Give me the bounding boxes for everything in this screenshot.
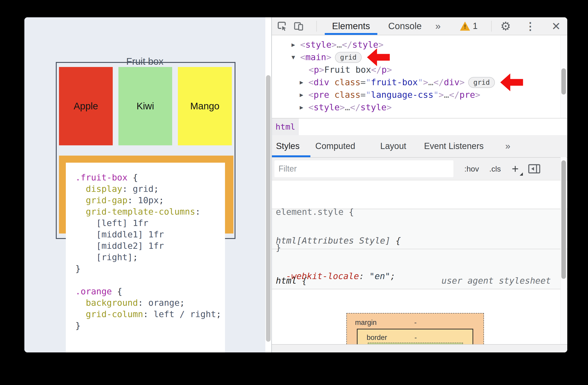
page-scrollbar-thumb[interactable] — [266, 75, 271, 342]
code-line: grid-gap: 10px; — [75, 194, 225, 206]
expand-triangle-icon[interactable]: ▶ — [300, 101, 308, 114]
tab-console[interactable]: Console — [388, 17, 422, 35]
grid-badge[interactable]: grid — [335, 52, 361, 63]
token-k: background — [75, 298, 138, 308]
token-v: [middle2] 1fr — [75, 241, 164, 251]
token-v: grid — [127, 184, 153, 194]
styles-scrollbar-thumb[interactable] — [561, 160, 566, 279]
token-s: .orange — [75, 286, 112, 296]
stylesheet-source-label: user agent stylesheet — [441, 275, 551, 287]
filter-input[interactable] — [274, 160, 453, 177]
styles-pane: element.style { } html[Attributes Style]… — [272, 180, 567, 352]
token-tag: style — [360, 101, 386, 114]
token-ip: { — [297, 276, 307, 286]
kebab-menu-icon[interactable]: ⋮ — [525, 20, 536, 32]
token-v: orange — [143, 298, 179, 308]
style-rule-line: html[Attributes Style] { — [276, 235, 567, 246]
expand-triangle-icon[interactable]: ▶ — [300, 76, 308, 89]
tab-elements[interactable]: Elements — [325, 17, 377, 35]
code-line: [right]; — [75, 252, 225, 263]
fruit-box-mango: Mango — [178, 67, 232, 145]
box-model-margin-value[interactable]: - — [414, 319, 417, 327]
console-warning-badge[interactable]: ! 1 — [460, 21, 478, 31]
token-br: </ — [433, 76, 444, 89]
token-p: : — [195, 207, 200, 217]
box-model-margin-label: margin — [355, 319, 377, 327]
style-rule-element-style[interactable]: element.style { } — [272, 180, 567, 209]
active-tab-underline — [325, 33, 377, 35]
sidebar-tabbar: Styles Computed Layout Event Listeners » — [272, 135, 567, 158]
expand-triangle-icon[interactable]: ▶ — [300, 89, 308, 101]
dom-tree: ▶<style>…</style>▼<main>grid<p>Fruit box… — [272, 35, 567, 114]
token-eq: = — [360, 89, 366, 101]
token-gsel: element.style — [276, 206, 343, 218]
page-scrollbar[interactable] — [265, 17, 271, 352]
token-br: > — [326, 51, 331, 64]
token-at: class — [329, 89, 360, 101]
close-icon[interactable]: ✕ — [552, 20, 561, 33]
new-style-rule-button[interactable]: + — [512, 163, 519, 175]
token-tag: p — [314, 64, 319, 76]
hov-toggle[interactable]: :hov — [464, 165, 479, 173]
tab-event-listeners[interactable]: Event Listeners — [424, 141, 484, 151]
dom-tree-node[interactable]: ▶<div class="fruit-box">…</div>grid — [272, 76, 567, 89]
device-toolbar-icon[interactable] — [293, 21, 304, 31]
more-panels-chevron-icon[interactable]: » — [505, 141, 510, 151]
dom-scrollbar[interactable] — [560, 35, 567, 118]
style-selector: html { — [276, 275, 307, 287]
token-ell: … — [444, 89, 449, 101]
code-line: grid-template-columns: — [75, 206, 225, 217]
app-window: Fruit box Apple Kiwi Mango Orange .fruit… — [24, 17, 567, 352]
token-br: > — [423, 76, 428, 89]
token-p: : — [143, 309, 148, 319]
token-v: [middle1] 1fr — [75, 229, 164, 239]
breadcrumb-item-html[interactable]: html — [272, 118, 299, 135]
dom-tree-node[interactable]: ▶<style>…</style> — [272, 39, 567, 51]
token-ell: … — [428, 76, 433, 89]
token-br: > — [339, 101, 345, 114]
cls-toggle[interactable]: .cls — [489, 165, 501, 173]
token-p: { — [127, 172, 138, 182]
fruit-label: Kiwi — [136, 101, 154, 112]
token-ival: "en" — [369, 270, 390, 282]
inspect-element-icon[interactable] — [277, 21, 287, 31]
expand-triangle-icon[interactable]: ▶ — [292, 39, 300, 51]
token-k: grid-template-columns — [75, 207, 195, 217]
token-k: display — [75, 184, 122, 194]
dom-scrollbar-thumb[interactable] — [561, 68, 566, 95]
token-p: ; — [133, 252, 138, 262]
box-model-section: margin - border - — [272, 289, 567, 345]
token-p: { — [112, 286, 122, 296]
grid-badge[interactable]: grid — [468, 77, 495, 88]
tab-styles[interactable]: Styles — [272, 141, 299, 151]
dom-tree-node[interactable]: ▶<pre class="language-css">…</pre> — [272, 89, 567, 101]
styles-scrollbar[interactable] — [560, 157, 567, 345]
token-p: : — [127, 195, 133, 205]
token-ip: : — [359, 270, 369, 282]
token-q: " — [366, 76, 371, 89]
token-csel: html — [276, 276, 297, 286]
token-tag: div — [444, 76, 460, 89]
style-rule-user-agent: html { user agent stylesheet display: bl… — [272, 249, 567, 289]
fruit-box-kiwi: Kiwi — [118, 67, 172, 145]
dom-tree-node[interactable]: <p>Fruit box</p> — [272, 64, 567, 76]
tab-computed[interactable]: Computed — [315, 141, 355, 151]
token-tag: pre — [314, 89, 329, 101]
token-at: class — [329, 76, 360, 89]
box-model-border-value[interactable]: - — [415, 334, 417, 342]
token-tag: p — [381, 64, 387, 76]
more-tabs-chevron-icon[interactable]: » — [435, 21, 441, 32]
devtools-panel: Elements Console » ! 1 ⚙ ⋮ ✕ ▶<style>…</… — [272, 17, 567, 352]
fruit-label: Apple — [74, 101, 98, 112]
fruit-label: Mango — [190, 101, 219, 112]
settings-gear-icon[interactable]: ⚙ — [500, 19, 511, 33]
collapse-triangle-icon[interactable]: ▼ — [292, 51, 300, 64]
toolbar-separator — [491, 21, 492, 32]
tab-layout[interactable]: Layout — [380, 141, 406, 151]
dom-tree-node[interactable]: ▼<main>grid — [272, 51, 567, 64]
toggle-sidebar-icon[interactable] — [528, 163, 541, 174]
devtools-toolbar: Elements Console » ! 1 ⚙ ⋮ ✕ — [272, 17, 567, 35]
token-ip: { — [390, 235, 401, 246]
token-ell: … — [345, 101, 350, 114]
dom-tree-node[interactable]: ▶<style>…</style> — [272, 101, 567, 114]
